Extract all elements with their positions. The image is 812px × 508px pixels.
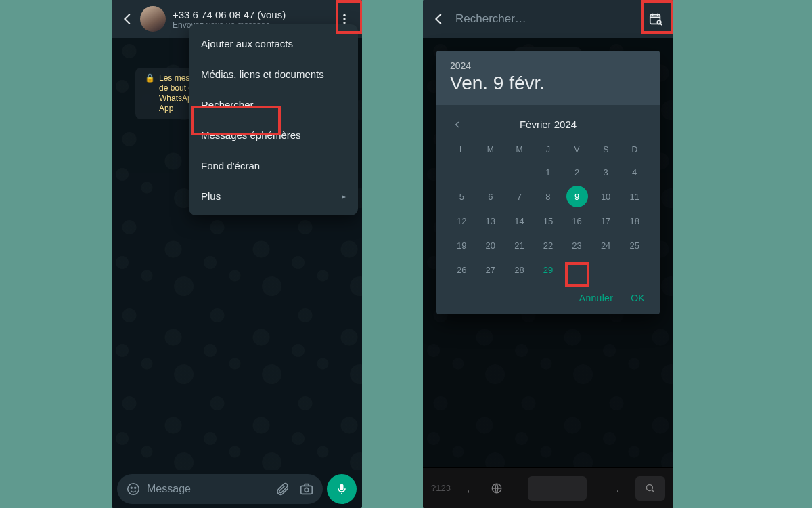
svg-point-1 [343,18,345,20]
phone-left: +33 6 74 06 08 47 (vous) Envoyez-vous un… [112,0,362,508]
emoji-icon[interactable] [122,478,144,500]
dow-label: V [562,141,591,158]
day-11[interactable]: 11 [624,186,646,207]
contact-name: +33 6 74 06 08 47 (vous) [173,9,331,20]
svg-point-2 [343,22,345,24]
menu-more[interactable]: Plus▸ [189,181,358,211]
day-4[interactable]: 4 [624,161,646,183]
dow-label: S [591,141,621,158]
svg-point-4 [131,487,132,488]
day-3[interactable]: 3 [595,161,616,183]
svg-rect-6 [301,486,313,494]
attach-icon[interactable] [271,478,293,500]
camera-icon[interactable] [296,478,317,500]
phone-right: Rechercher… 12 février 2024 🔒 Les messag… [423,0,673,508]
back-button[interactable] [116,7,140,31]
dow-label: J [534,141,563,158]
calendar-grid: LMMJVSD...123456789101112131415161718192… [447,141,649,280]
day-21[interactable]: 21 [508,234,530,256]
menu-search[interactable]: Rechercher [189,89,358,120]
svg-rect-8 [650,15,660,24]
day-10[interactable]: 10 [595,186,616,207]
month-label: Février 2024 [520,119,577,130]
chevron-right-icon: ▸ [342,192,346,201]
dow-label: L [447,141,476,158]
overflow-menu: Ajouter aux contacts Médias, liens et do… [189,24,358,215]
day-28[interactable]: 28 [508,259,530,280]
mic-button[interactable] [327,474,357,504]
day-22[interactable]: 22 [537,234,559,256]
avatar[interactable] [140,6,166,32]
svg-point-3 [128,484,139,495]
svg-point-7 [304,488,309,492]
day-20[interactable]: 20 [480,234,501,256]
back-button[interactable] [427,7,451,31]
day-2[interactable]: 2 [566,161,588,183]
svg-point-5 [135,487,136,488]
menu-media[interactable]: Médias, liens et documents [189,59,358,89]
day-15[interactable]: 15 [537,210,559,232]
day-9[interactable]: 9 [566,186,588,207]
day-13[interactable]: 13 [480,210,501,232]
ok-button[interactable]: OK [631,293,645,303]
day-16[interactable]: 16 [566,210,588,232]
input-bar[interactable]: Message [117,474,323,504]
day-29[interactable]: 29 [537,259,559,280]
day-7[interactable]: 7 [508,186,530,207]
composer: Message [112,470,362,508]
day-19[interactable]: 19 [451,234,472,256]
day-1[interactable]: 1 [537,161,559,183]
cancel-button[interactable]: Annuler [579,293,613,303]
month-nav: Février 2024 [447,113,649,135]
day-8[interactable]: 8 [537,186,559,207]
selected-date-label[interactable]: Ven. 9 févr. [450,72,646,94]
date-picker: 2024 Ven. 9 févr. Février 2024 LMMJVSD..… [436,51,660,314]
menu-ephemeral[interactable]: Messages éphémères [189,120,358,150]
date-picker-header: 2024 Ven. 9 févr. [436,51,660,105]
day-12[interactable]: 12 [451,210,472,232]
menu-wallpaper[interactable]: Fond d'écran [189,150,358,181]
prev-month-button[interactable] [453,120,462,129]
calendar-search-button[interactable] [642,5,669,33]
day-6[interactable]: 6 [480,186,501,207]
day-14[interactable]: 14 [508,210,530,232]
day-5[interactable]: 5 [451,186,472,207]
dow-label: D [620,141,649,158]
lock-icon: 🔒 [145,73,155,83]
day-27[interactable]: 27 [480,259,501,280]
day-17[interactable]: 17 [595,210,616,232]
day-24[interactable]: 24 [595,234,616,256]
svg-point-0 [343,14,345,16]
search-input[interactable]: Rechercher… [451,12,642,26]
message-input[interactable]: Message [147,483,269,495]
dow-label: M [505,141,534,158]
search-header: Rechercher… [423,0,673,38]
day-26[interactable]: 26 [451,259,472,280]
menu-add-contacts[interactable]: Ajouter aux contacts [189,28,358,59]
day-25[interactable]: 25 [624,234,646,256]
dow-label: M [476,141,505,158]
year-label[interactable]: 2024 [450,60,646,71]
day-23[interactable]: 23 [566,234,588,256]
day-18[interactable]: 18 [624,210,646,232]
